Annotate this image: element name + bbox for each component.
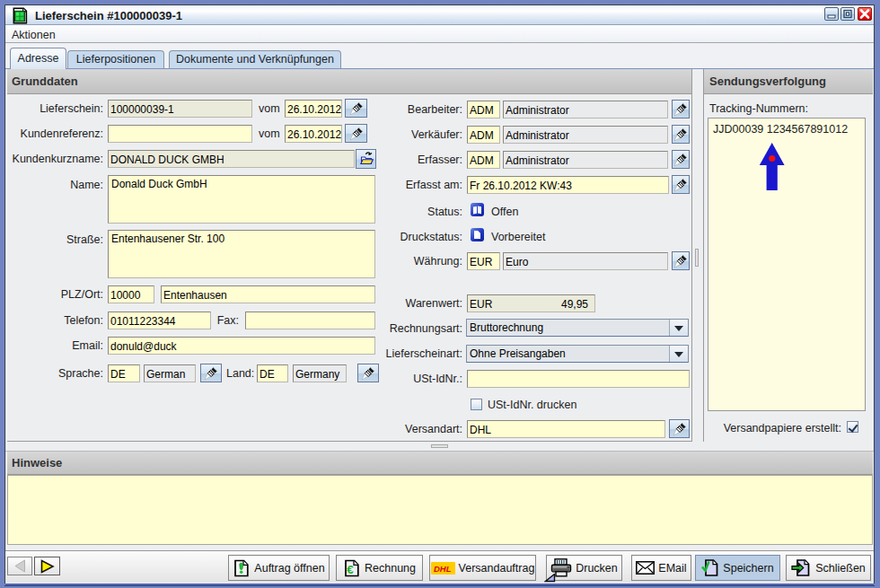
svg-text:DHL: DHL (434, 563, 452, 573)
svg-text:€: € (347, 562, 354, 575)
